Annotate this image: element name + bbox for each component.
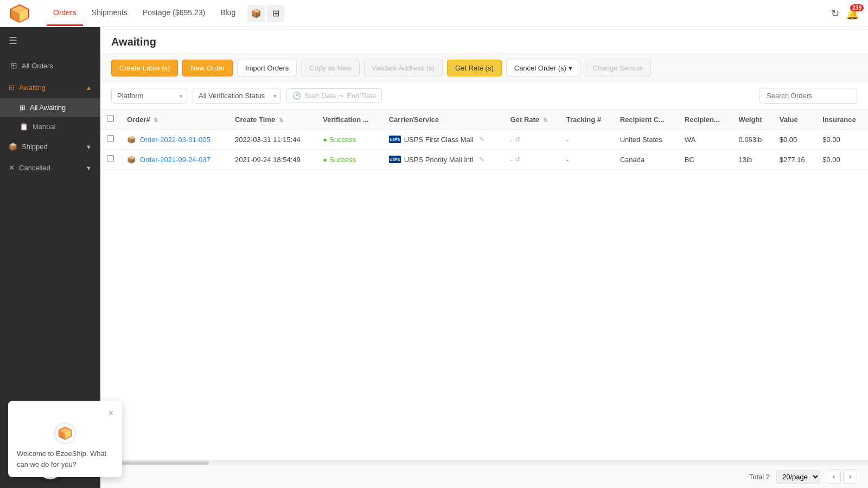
nav-orders[interactable]: Orders [47,1,83,26]
sidebar-item-all-orders[interactable]: ⊞ All Orders [0,54,100,77]
search-orders-input[interactable] [760,88,857,104]
sidebar-cancelled-header[interactable]: ✕ Cancelled ▼ [0,157,100,178]
cancel-order-button[interactable]: Cancel Order (s) ▾ [506,60,580,76]
col-weight[interactable]: Weight [732,110,773,130]
verification-select[interactable]: All Verification Status [193,88,281,104]
validate-address-button[interactable]: Validate Address (s) [364,60,443,76]
row-country-1: Canada [614,150,678,170]
edit-carrier-icon-0[interactable]: ✎ [479,136,484,143]
orders-table-container: Order# ⇅ Create Time ⇅ Verification ... … [100,110,868,460]
awaiting-label: Awaiting [19,84,46,92]
page-title: Awaiting [100,27,868,54]
order-type-icon-0: 📦 [127,136,136,144]
edit-carrier-icon-1[interactable]: ✎ [479,156,484,163]
box-icon-btn[interactable]: 📦 [247,5,265,22]
chat-logo-circle [54,422,76,444]
all-awaiting-label: All Awaiting [30,104,66,112]
rate-spin-icon-1[interactable]: ↺ [515,156,520,163]
cancelled-label: Cancelled [19,164,50,172]
sidebar-hamburger[interactable]: ☰ [0,27,100,54]
col-recipient-country[interactable]: Recipient C... [614,110,678,130]
usps-icon-1: USPS [389,156,401,163]
all-orders-icon: ⊞ [10,61,17,70]
chat-popup-header: × [17,408,113,418]
row-order-id-0: 📦 Order-2022-03-31-005 [120,130,228,150]
col-create-time[interactable]: Create Time ⇅ [228,110,316,130]
row-checkbox-0[interactable] [107,135,114,142]
orders-tbody: 📦 Order-2022-03-31-005 2022-03-31 11:15:… [100,130,868,170]
row-checkbox-cell-0 [100,130,120,150]
date-separator: ~ [340,92,344,100]
sidebar-item-manual[interactable]: 📋 Manual [0,117,100,136]
manual-label: Manual [33,123,56,131]
filter-bar: Platform All Verification Status 🕐 Start… [100,82,868,110]
chat-popup: × Welcome to EzeeShip. What can we do fo… [8,401,122,477]
get-rate-button[interactable]: Get Rate (s) [447,60,502,76]
refresh-button[interactable]: ↻ [831,8,839,20]
row-checkbox-cell-1 [100,150,120,170]
row-weight-1: 13lb [732,150,773,170]
cancel-order-label: Cancel Order (s) [514,64,566,72]
col-get-rate[interactable]: Get Rate ⇅ [504,110,560,130]
main-layout: ☰ ⊞ All Orders ⊡ Awaiting ▲ ⊞ All Awaiti… [0,27,868,488]
top-navigation: Orders Shipments Postage ($695.23) Blog … [0,0,868,27]
create-label-button[interactable]: Create Label (s) [111,60,178,76]
per-page-select[interactable]: 20/page [776,470,820,484]
rate-spin-icon-0[interactable]: ↺ [515,136,520,143]
row-order-id-1: 📦 Order-2021-09-24-037 [120,150,228,170]
row-tracking-1: - [560,150,614,170]
platform-select[interactable]: Platform [111,88,187,104]
table-header-row: Order# ⇅ Create Time ⇅ Verification ... … [100,110,868,130]
row-insurance-1: $0.00 [816,150,868,170]
row-checkbox-1[interactable] [107,155,114,162]
row-insurance-0: $0.00 [816,130,868,150]
col-recipient-state[interactable]: Recipien... [678,110,732,130]
carrier-name-0: USPS First Class Mail [404,136,474,144]
sidebar-item-all-awaiting[interactable]: ⊞ All Awaiting [0,98,100,117]
row-create-time-1: 2021-09-24 18:54:49 [228,150,316,170]
row-weight-0: 0.063lb [732,130,773,150]
order-link-1[interactable]: Order-2021-09-24-037 [140,156,210,164]
order-type-icon-1: 📦 [127,156,136,164]
content-area: Awaiting Create Label (s) New Order Impo… [100,27,868,488]
awaiting-icon: ⊡ [9,84,15,92]
chat-close-button[interactable]: × [108,408,113,418]
nav-postage[interactable]: Postage ($695.23) [136,1,212,26]
cancelled-icon: ✕ [9,164,15,172]
rate-dash-1: - [510,156,513,164]
date-range-picker[interactable]: 🕐 Start Date ~ End Date [286,88,382,103]
notification-button[interactable]: 🔔 239 [846,7,859,20]
col-carrier[interactable]: Carrier/Service [382,110,504,130]
orders-table: Order# ⇅ Create Time ⇅ Verification ... … [100,110,868,170]
row-state-0: WA [678,130,732,150]
grid-icon-btn[interactable]: ⊞ [267,5,284,22]
nav-right: ↻ 🔔 239 [831,7,859,20]
col-order[interactable]: Order# ⇅ [120,110,228,130]
cancelled-chevron: ▼ [86,165,92,171]
order-link-0[interactable]: Order-2022-03-31-005 [140,136,210,144]
verification-select-wrap: All Verification Status [193,88,281,104]
copy-as-new-button[interactable]: Copy as New [301,60,359,76]
end-date-label: End Date [347,92,376,100]
nav-blog[interactable]: Blog [214,1,242,26]
col-value[interactable]: Value [773,110,816,130]
horizontal-scrollbar[interactable] [100,460,868,465]
col-verification[interactable]: Verification ... [316,110,382,130]
sidebar-awaiting-header[interactable]: ⊡ Awaiting ▲ [0,77,100,98]
select-all-checkbox[interactable] [107,115,114,122]
new-order-button[interactable]: New Order [182,60,233,76]
row-tracking-0: - [560,130,614,150]
import-orders-button[interactable]: Import Orders [237,60,297,76]
usps-icon-0: USPS [389,136,401,143]
col-tracking[interactable]: Tracking # [560,110,614,130]
next-page-button[interactable]: › [843,470,857,484]
prev-page-button[interactable]: ‹ [827,470,841,484]
col-insurance[interactable]: Insurance [816,110,868,130]
nav-shipments[interactable]: Shipments [85,1,134,26]
change-service-button[interactable]: Change Service [585,60,652,76]
logo[interactable] [9,3,30,24]
rate-dash-0: - [510,136,513,144]
shipped-icon: 📦 [9,143,17,151]
sidebar-shipped-header[interactable]: 📦 Shipped ▼ [0,136,100,157]
row-value-0: $0.00 [773,130,816,150]
